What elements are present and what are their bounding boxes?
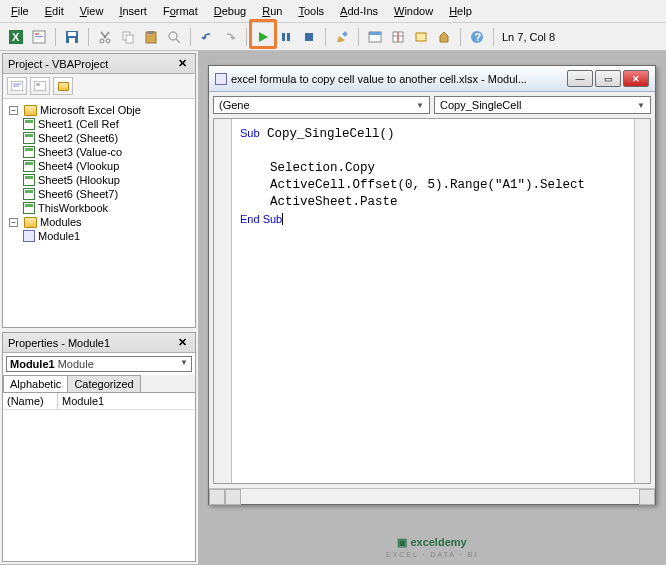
- menu-debug[interactable]: Debug: [207, 2, 253, 20]
- svg-rect-19: [305, 33, 313, 41]
- svg-rect-26: [397, 32, 399, 42]
- tree-folder-excel-objects[interactable]: Microsoft Excel Obje: [40, 104, 141, 116]
- menu-edit[interactable]: Edit: [38, 2, 71, 20]
- vertical-scrollbar[interactable]: [634, 119, 650, 483]
- procedure-combo[interactable]: Copy_SingleCell▼: [434, 96, 651, 114]
- maximize-icon[interactable]: ▭: [595, 70, 621, 87]
- toolbox-icon[interactable]: [434, 27, 454, 47]
- undo-icon[interactable]: [197, 27, 217, 47]
- full-module-view-icon[interactable]: [225, 489, 241, 505]
- svg-marker-20: [337, 36, 345, 42]
- object-combo[interactable]: (Gene▼: [213, 96, 430, 114]
- svg-rect-11: [126, 35, 133, 43]
- copy-icon[interactable]: [118, 27, 138, 47]
- redo-icon[interactable]: [220, 27, 240, 47]
- toolbar: X ? Ln 7, Col 8: [0, 23, 666, 51]
- svg-rect-4: [35, 36, 43, 37]
- property-name-value[interactable]: Module1: [58, 393, 108, 409]
- menu-tools[interactable]: Tools: [291, 2, 331, 20]
- procedure-view-icon[interactable]: [209, 489, 225, 505]
- code-window: excel formula to copy cell value to anot…: [208, 65, 656, 505]
- svg-rect-18: [287, 33, 290, 41]
- close-icon[interactable]: ✕: [623, 70, 649, 87]
- property-name-label: (Name): [3, 393, 58, 409]
- help-icon[interactable]: ?: [467, 27, 487, 47]
- find-icon[interactable]: [164, 27, 184, 47]
- design-mode-icon[interactable]: [332, 27, 352, 47]
- menu-insert[interactable]: Insert: [112, 2, 154, 20]
- properties-grid: (Name) Module1: [3, 392, 195, 410]
- menu-run[interactable]: Run: [255, 2, 289, 20]
- menu-window[interactable]: Window: [387, 2, 440, 20]
- object-browser-icon[interactable]: [411, 27, 431, 47]
- close-icon[interactable]: ✕: [175, 336, 190, 349]
- code-gutter: [214, 119, 232, 483]
- svg-rect-7: [69, 38, 75, 43]
- svg-rect-6: [68, 32, 76, 36]
- code-window-titlebar[interactable]: excel formula to copy cell value to anot…: [209, 66, 655, 92]
- insert-module-icon[interactable]: [29, 27, 49, 47]
- cursor-position: Ln 7, Col 8: [502, 31, 555, 43]
- horizontal-scrollbar[interactable]: [209, 488, 655, 504]
- tree-folder-modules[interactable]: Modules: [40, 216, 82, 228]
- svg-text:?: ?: [475, 31, 482, 43]
- properties-object-select[interactable]: Module1 Module ▼: [6, 356, 192, 372]
- svg-rect-17: [282, 33, 285, 41]
- tree-sheet[interactable]: Sheet4 (Vlookup: [38, 160, 119, 172]
- view-object-icon[interactable]: [30, 77, 50, 95]
- cut-icon[interactable]: [95, 27, 115, 47]
- sheet-icon: [23, 174, 35, 186]
- menu-format[interactable]: Format: [156, 2, 205, 20]
- close-icon[interactable]: ✕: [175, 57, 190, 70]
- code-editor[interactable]: Sub Copy_SingleCell() Selection.Copy Act…: [232, 119, 634, 483]
- sheet-icon: [23, 202, 35, 214]
- project-tree[interactable]: −Microsoft Excel Obje Sheet1 (Cell Ref S…: [3, 99, 195, 327]
- chevron-down-icon: ▼: [416, 101, 424, 110]
- break-icon[interactable]: [276, 27, 296, 47]
- menu-view[interactable]: View: [73, 2, 111, 20]
- collapse-icon[interactable]: −: [9, 106, 18, 115]
- save-icon[interactable]: [62, 27, 82, 47]
- chevron-down-icon: ▼: [637, 101, 645, 110]
- toggle-folders-icon[interactable]: [53, 77, 73, 95]
- svg-line-15: [176, 39, 180, 43]
- svg-text:X: X: [12, 31, 20, 43]
- svg-rect-3: [35, 33, 39, 35]
- tree-module1[interactable]: Module1: [38, 230, 80, 242]
- tree-sheet[interactable]: Sheet5 (Hlookup: [38, 174, 120, 186]
- view-code-icon[interactable]: [7, 77, 27, 95]
- brand-watermark: ▣ exceldemy EXCEL · DATA · BI: [386, 530, 478, 558]
- tree-sheet[interactable]: ThisWorkbook: [38, 202, 108, 214]
- sheet-icon: [23, 118, 35, 130]
- collapse-icon[interactable]: −: [9, 218, 18, 227]
- menu-file[interactable]: File: [4, 2, 36, 20]
- reset-icon[interactable]: [299, 27, 319, 47]
- svg-point-8: [100, 39, 104, 43]
- module-icon: [23, 230, 35, 242]
- paste-icon[interactable]: [141, 27, 161, 47]
- property-row[interactable]: (Name) Module1: [3, 393, 195, 410]
- folder-icon: [24, 105, 37, 116]
- svg-marker-16: [259, 32, 268, 42]
- menu-addins[interactable]: Add-Ins: [333, 2, 385, 20]
- tree-sheet[interactable]: Sheet3 (Value-co: [38, 146, 122, 158]
- tree-sheet[interactable]: Sheet2 (Sheet6): [38, 132, 118, 144]
- tree-sheet[interactable]: Sheet6 (Sheet7): [38, 188, 118, 200]
- svg-rect-21: [342, 31, 348, 37]
- scroll-right-icon[interactable]: [639, 489, 655, 505]
- menu-bar: File Edit View Insert Format Debug Run T…: [0, 0, 666, 23]
- properties-panel-title: Properties - Module1: [8, 337, 110, 349]
- tree-sheet[interactable]: Sheet1 (Cell Ref: [38, 118, 119, 130]
- project-explorer-panel: Project - VBAProject ✕ −Microsoft Excel …: [2, 53, 196, 328]
- excel-icon[interactable]: X: [6, 27, 26, 47]
- minimize-icon[interactable]: —: [567, 70, 593, 87]
- run-icon[interactable]: [253, 27, 273, 47]
- tab-alphabetic[interactable]: Alphabetic: [3, 375, 68, 392]
- svg-point-9: [106, 39, 110, 43]
- tab-categorized[interactable]: Categorized: [67, 375, 140, 392]
- properties-icon[interactable]: [388, 27, 408, 47]
- menu-help[interactable]: Help: [442, 2, 479, 20]
- sheet-icon: [23, 146, 35, 158]
- project-explorer-icon[interactable]: [365, 27, 385, 47]
- svg-point-14: [169, 32, 177, 40]
